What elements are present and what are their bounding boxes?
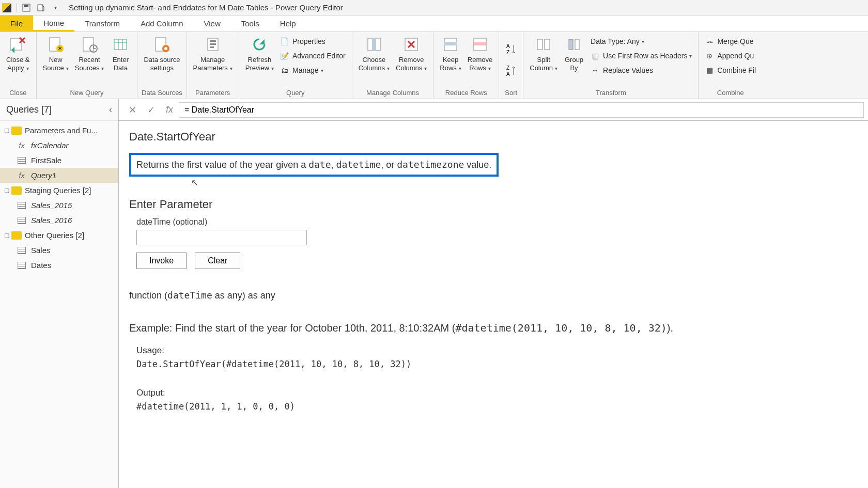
queries-panel: Queries [7] ‹ ▢Parameters and Fu... fxfx… <box>0 99 119 488</box>
manage-parameters-button[interactable]: Manage Parameters <box>190 33 236 74</box>
tab-home[interactable]: Home <box>33 15 74 32</box>
manage-button[interactable]: 🗂Manage <box>277 63 349 77</box>
folder-parameters[interactable]: ▢Parameters and Fu... <box>0 123 118 138</box>
enter-data-button[interactable]: Enter Data <box>107 33 134 74</box>
new-source-button[interactable]: ✶ New Source <box>40 33 72 74</box>
param-label: dateTime (optional) <box>136 217 858 227</box>
svg-rect-21 <box>210 40 216 42</box>
usage-block: Usage: Date.StartOfYear(#datetime(2011, … <box>136 343 858 414</box>
folder-other[interactable]: ▢Other Queries [2] <box>0 228 118 243</box>
sort-desc-button[interactable]: ZA <box>502 60 520 82</box>
title-bar: ▾ Setting up dynamic Start- and Enddates… <box>0 0 868 15</box>
formula-cancel-icon[interactable]: ✕ <box>123 102 142 118</box>
collapse-panel-icon[interactable]: ‹ <box>109 104 112 115</box>
param-input[interactable] <box>136 230 307 245</box>
undo-icon[interactable] <box>35 2 47 14</box>
content-area: Queries [7] ‹ ▢Parameters and Fu... fxfx… <box>0 99 868 488</box>
sort-desc-icon: ZA <box>505 65 517 78</box>
group-close: Close <box>3 88 33 99</box>
choose-columns-button[interactable]: Choose Columns <box>355 33 393 74</box>
tab-add-column[interactable]: Add Column <box>130 15 194 32</box>
advanced-editor-button[interactable]: 📝Advanced Editor <box>277 49 349 63</box>
close-apply-button[interactable]: Close & Apply <box>3 33 33 74</box>
data-type-button[interactable]: Data Type: Any <box>587 34 695 49</box>
sort-asc-icon: AZ <box>505 43 517 56</box>
group-by-icon <box>565 35 583 54</box>
svg-rect-1 <box>24 5 28 7</box>
choose-columns-icon <box>365 35 383 54</box>
usage-code: Date.StartOfYear(#datetime(2011, 10, 10,… <box>136 357 858 371</box>
properties-button[interactable]: 📄Properties <box>277 34 349 49</box>
query-sales2015[interactable]: Sales_2015 <box>0 198 118 213</box>
group-new-query: New Query <box>40 88 134 99</box>
formula-bar: ✕ ✓ fx <box>119 99 868 121</box>
ribbon: Close & Apply Close ✶ New Source Recent … <box>0 32 868 99</box>
merge-icon: ⫘ <box>705 37 714 46</box>
folder-icon <box>11 231 22 240</box>
svg-rect-30 <box>444 42 457 45</box>
svg-text:Z: Z <box>506 50 509 55</box>
enter-data-icon <box>111 35 130 54</box>
group-sort: Sort <box>502 88 520 99</box>
queries-tree: ▢Parameters and Fu... fxfxCalendar First… <box>0 121 118 275</box>
use-first-row-button[interactable]: ▦Use First Row as Headers <box>587 49 695 63</box>
save-icon[interactable] <box>20 2 33 14</box>
svg-text:A: A <box>506 43 510 49</box>
data-source-settings-button[interactable]: Data source settings <box>141 33 183 74</box>
main-area: ✕ ✓ fx Date.StartOfYear Returns the firs… <box>119 99 868 488</box>
query-sales2016[interactable]: Sales_2016 <box>0 213 118 228</box>
sort-asc-button[interactable]: AZ <box>502 39 520 60</box>
merge-queries-button[interactable]: ⫘Merge Que <box>702 34 759 49</box>
function-name: Date.StartOfYear <box>129 130 858 144</box>
keep-rows-button[interactable]: Keep Rows <box>437 33 464 74</box>
tab-view[interactable]: View <box>194 15 231 32</box>
svg-rect-37 <box>537 39 542 50</box>
cursor-icon: ↖ <box>191 178 858 187</box>
tab-file[interactable]: File <box>0 15 33 32</box>
enter-parameter-heading: Enter Parameter <box>129 198 858 211</box>
remove-rows-button[interactable]: Remove Rows <box>464 33 495 74</box>
combine-files-button[interactable]: ▤Combine Fil <box>702 63 759 77</box>
svg-rect-39 <box>569 39 573 50</box>
recent-sources-button[interactable]: Recent Sources <box>72 33 107 74</box>
group-by-button[interactable]: Group By <box>561 33 587 74</box>
qat-dropdown-icon[interactable]: ▾ <box>49 2 61 14</box>
svg-point-19 <box>164 47 167 50</box>
query-sales[interactable]: Sales <box>0 243 118 258</box>
properties-icon: 📄 <box>280 37 289 46</box>
output-code: #datetime(2011, 1, 1, 0, 0, 0) <box>136 400 858 414</box>
queries-header: Queries [7] ‹ <box>0 99 118 121</box>
tab-help[interactable]: Help <box>270 15 306 32</box>
tab-transform[interactable]: Transform <box>74 15 130 32</box>
refresh-preview-button[interactable]: Refresh Preview <box>242 33 277 74</box>
recent-sources-icon <box>80 35 99 54</box>
manage-icon: 🗂 <box>280 66 289 75</box>
query-query1[interactable]: fxQuery1 <box>0 168 118 183</box>
tab-tools[interactable]: Tools <box>231 15 270 32</box>
append-queries-button[interactable]: ⊕Append Qu <box>702 49 759 63</box>
function-description: Returns the first value of the year give… <box>129 153 499 177</box>
remove-columns-button[interactable]: Remove Columns <box>393 33 430 74</box>
query-fxcalendar[interactable]: fxfxCalendar <box>0 138 118 153</box>
window-title: Setting up dynamic Start- and Enddates f… <box>69 3 343 12</box>
replace-values-button[interactable]: ↔Replace Values <box>587 63 695 77</box>
query-dates[interactable]: Dates <box>0 258 118 273</box>
group-parameters: Parameters <box>190 88 236 99</box>
formula-input[interactable] <box>179 102 864 118</box>
formula-fx-icon[interactable]: fx <box>160 102 179 118</box>
replace-values-icon: ↔ <box>591 66 600 75</box>
svg-rect-38 <box>545 39 550 50</box>
group-combine: Combine <box>702 88 759 99</box>
svg-rect-2 <box>38 5 43 11</box>
usage-label: Usage: <box>136 343 858 357</box>
svg-rect-22 <box>210 43 216 45</box>
split-column-button[interactable]: Split Column <box>526 33 561 74</box>
svg-rect-40 <box>575 39 579 50</box>
invoke-button[interactable]: Invoke <box>136 253 187 269</box>
svg-rect-25 <box>372 38 376 51</box>
query-firstsale[interactable]: FirstSale <box>0 153 118 168</box>
folder-staging[interactable]: ▢Staging Queries [2] <box>0 183 118 198</box>
menu-bar: File Home Transform Add Column View Tool… <box>0 15 868 32</box>
clear-button[interactable]: Clear <box>195 253 240 269</box>
formula-accept-icon[interactable]: ✓ <box>142 102 160 118</box>
